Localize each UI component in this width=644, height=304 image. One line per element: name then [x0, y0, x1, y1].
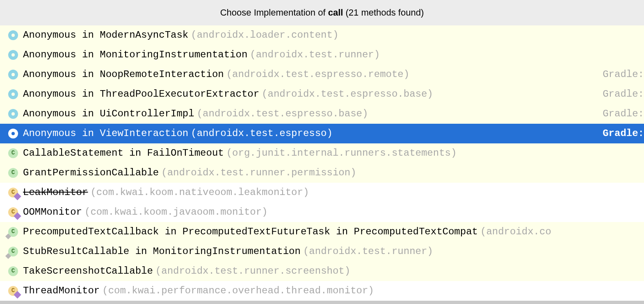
list-item[interactable]: CThreadMonitor(com.kwai.performance.over…: [0, 281, 644, 301]
item-label: Anonymous in ModernAsyncTask: [23, 28, 188, 42]
item-label: CallableStatement in FailOnTimeout: [23, 146, 224, 160]
interface-icon: [7, 69, 19, 80]
title-prefix: Choose Implementation of: [220, 7, 328, 18]
list-item[interactable]: CLeakMonitor(com.kwai.koom.nativeoom.lea…: [0, 183, 644, 202]
item-label: LeakMonitor: [23, 186, 88, 200]
kotlin-class-icon: C: [7, 285, 19, 297]
item-source: Gradle:: [603, 127, 644, 141]
class-icon: C: [7, 226, 19, 238]
list-item[interactable]: Anonymous in ModernAsyncTask(androidx.lo…: [0, 25, 644, 45]
item-label: GrantPermissionCallable: [23, 166, 159, 180]
item-package: (androidx.test.runner): [250, 48, 380, 62]
list-item[interactable]: CCallableStatement in FailOnTimeout(org.…: [0, 143, 644, 163]
class-icon: C: [7, 265, 19, 277]
item-label: Anonymous in NoopRemoteInteraction: [23, 68, 224, 82]
item-package: (com.kwai.koom.nativeoom.leakmonitor): [90, 186, 309, 200]
interface-icon: [7, 88, 19, 100]
item-package: (androidx.test.espresso.base): [197, 107, 368, 121]
item-package: (androidx.test.runner.screenshot): [155, 264, 350, 278]
list-item[interactable]: CGrantPermissionCallable(androidx.test.r…: [0, 163, 644, 183]
item-label: Anonymous in MonitoringInstrumentation: [23, 48, 247, 62]
list-item[interactable]: CStubResultCallable in MonitoringInstrum…: [0, 242, 644, 261]
item-package: (androidx.co: [480, 225, 551, 239]
item-source: Gradle:: [603, 107, 644, 121]
class-icon: C: [7, 167, 19, 179]
item-package: (com.kwai.performance.overhead.thread.mo…: [102, 284, 374, 298]
list-item[interactable]: Anonymous in MonitoringInstrumentation(a…: [0, 45, 644, 65]
list-item[interactable]: CTakeScreenshotCallable(androidx.test.ru…: [0, 261, 644, 281]
item-package: (androidx.test.runner): [303, 245, 433, 259]
item-label: PrecomputedTextCallback in PrecomputedTe…: [23, 225, 478, 239]
interface-icon: [7, 128, 19, 139]
list-item[interactable]: Anonymous in UiControllerImpl(androidx.t…: [0, 104, 644, 124]
title-suffix: (21 methods found): [343, 7, 424, 18]
item-source: Gradle:: [603, 68, 644, 82]
kotlin-class-icon: C: [7, 206, 19, 218]
list-item[interactable]: Anonymous in NoopRemoteInteraction(andro…: [0, 65, 644, 84]
item-package: (androidx.test.espresso): [191, 127, 333, 141]
list-item[interactable]: Anonymous in ViewInteraction(androidx.te…: [0, 124, 644, 143]
item-package: (androidx.test.espresso.remote): [226, 68, 409, 82]
item-label: Anonymous in ThreadPoolExecutorExtractor: [23, 87, 259, 101]
item-package: (org.junit.internal.runners.statements): [226, 146, 457, 160]
item-label: Anonymous in UiControllerImpl: [23, 107, 194, 121]
item-label: ThreadMonitor: [23, 284, 100, 298]
class-icon: C: [7, 147, 19, 159]
item-label: StubResultCallable in MonitoringInstrume…: [23, 245, 301, 259]
popup-title: Choose Implementation of call (21 method…: [0, 0, 644, 25]
item-package: (androidx.test.espresso.base): [262, 87, 433, 101]
interface-icon: [7, 29, 19, 41]
item-package: (androidx.loader.content): [191, 28, 338, 42]
implementation-list: Anonymous in ModernAsyncTask(androidx.lo…: [0, 25, 644, 301]
list-item[interactable]: COOMMonitor(com.kwai.koom.javaoom.monito…: [0, 202, 644, 222]
item-label: OOMMonitor: [23, 205, 82, 219]
title-method: call: [328, 7, 343, 18]
list-item[interactable]: Anonymous in ThreadPoolExecutorExtractor…: [0, 84, 644, 104]
kotlin-class-icon: C: [7, 187, 19, 198]
interface-icon: [7, 49, 19, 61]
interface-icon: [7, 108, 19, 120]
item-package: (com.kwai.koom.javaoom.monitor): [84, 205, 267, 219]
item-label: TakeScreenshotCallable: [23, 264, 153, 278]
item-package: (androidx.test.runner.permission): [161, 166, 356, 180]
item-source: Gradle:: [603, 87, 644, 101]
class-icon: C: [7, 246, 19, 257]
scrollbar[interactable]: [0, 301, 644, 304]
list-item[interactable]: CPrecomputedTextCallback in PrecomputedT…: [0, 222, 644, 242]
item-label: Anonymous in ViewInteraction: [23, 127, 188, 141]
